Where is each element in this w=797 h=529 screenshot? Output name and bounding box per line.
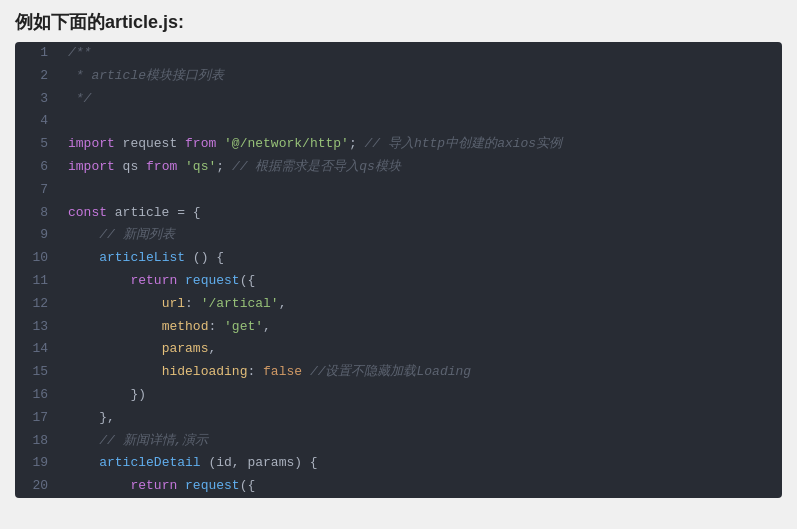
code-line: hideloading: false //设置不隐藏加载Loading — [60, 361, 782, 384]
line-number: 1 — [15, 42, 60, 65]
table-row: 20 return request({ — [15, 475, 782, 498]
code-block: 1 /** 2 * article模块接口列表 3 */ 4 5 import — [15, 42, 782, 498]
table-row: 1 /** — [15, 42, 782, 65]
table-row: 2 * article模块接口列表 — [15, 65, 782, 88]
code-line: articleDetail (id, params) { — [60, 452, 782, 475]
table-row: 7 — [15, 179, 782, 202]
line-number: 17 — [15, 407, 60, 430]
table-row: 5 import request from '@/network/http'; … — [15, 133, 782, 156]
line-number: 10 — [15, 247, 60, 270]
line-number: 11 — [15, 270, 60, 293]
line-number: 9 — [15, 224, 60, 247]
table-row: 19 articleDetail (id, params) { — [15, 452, 782, 475]
code-line — [60, 110, 782, 133]
code-line: return request({ — [60, 475, 782, 498]
line-number: 8 — [15, 202, 60, 225]
code-line: }) — [60, 384, 782, 407]
line-number: 15 — [15, 361, 60, 384]
code-line: import qs from 'qs'; // 根据需求是否导入qs模块 — [60, 156, 782, 179]
line-number: 20 — [15, 475, 60, 498]
table-row: 15 hideloading: false //设置不隐藏加载Loading — [15, 361, 782, 384]
code-line: */ — [60, 88, 782, 111]
table-row: 8 const article = { — [15, 202, 782, 225]
line-number: 18 — [15, 430, 60, 453]
line-number: 6 — [15, 156, 60, 179]
code-line: params, — [60, 338, 782, 361]
line-number: 5 — [15, 133, 60, 156]
table-row: 18 // 新闻详情,演示 — [15, 430, 782, 453]
code-table: 1 /** 2 * article模块接口列表 3 */ 4 5 import — [15, 42, 782, 498]
table-row: 4 — [15, 110, 782, 133]
code-line: const article = { — [60, 202, 782, 225]
code-line: }, — [60, 407, 782, 430]
table-row: 3 */ — [15, 88, 782, 111]
code-line: // 新闻详情,演示 — [60, 430, 782, 453]
line-number: 19 — [15, 452, 60, 475]
table-row: 14 params, — [15, 338, 782, 361]
table-row: 13 method: 'get', — [15, 316, 782, 339]
code-line — [60, 179, 782, 202]
page-container: 例如下面的article.js: 1 /** 2 * article模块接口列表… — [0, 0, 797, 508]
line-number: 12 — [15, 293, 60, 316]
line-number: 7 — [15, 179, 60, 202]
table-row: 17 }, — [15, 407, 782, 430]
code-line: url: '/artical', — [60, 293, 782, 316]
line-number: 4 — [15, 110, 60, 133]
table-row: 11 return request({ — [15, 270, 782, 293]
table-row: 9 // 新闻列表 — [15, 224, 782, 247]
code-line: import request from '@/network/http'; //… — [60, 133, 782, 156]
table-row: 10 articleList () { — [15, 247, 782, 270]
code-line: method: 'get', — [60, 316, 782, 339]
page-heading: 例如下面的article.js: — [15, 10, 782, 34]
code-line: articleList () { — [60, 247, 782, 270]
line-number: 16 — [15, 384, 60, 407]
line-number: 14 — [15, 338, 60, 361]
table-row: 16 }) — [15, 384, 782, 407]
code-line: return request({ — [60, 270, 782, 293]
code-line: // 新闻列表 — [60, 224, 782, 247]
table-row: 6 import qs from 'qs'; // 根据需求是否导入qs模块 — [15, 156, 782, 179]
table-row: 12 url: '/artical', — [15, 293, 782, 316]
code-line: /** — [60, 42, 782, 65]
code-line: * article模块接口列表 — [60, 65, 782, 88]
line-number: 2 — [15, 65, 60, 88]
line-number: 13 — [15, 316, 60, 339]
line-number: 3 — [15, 88, 60, 111]
